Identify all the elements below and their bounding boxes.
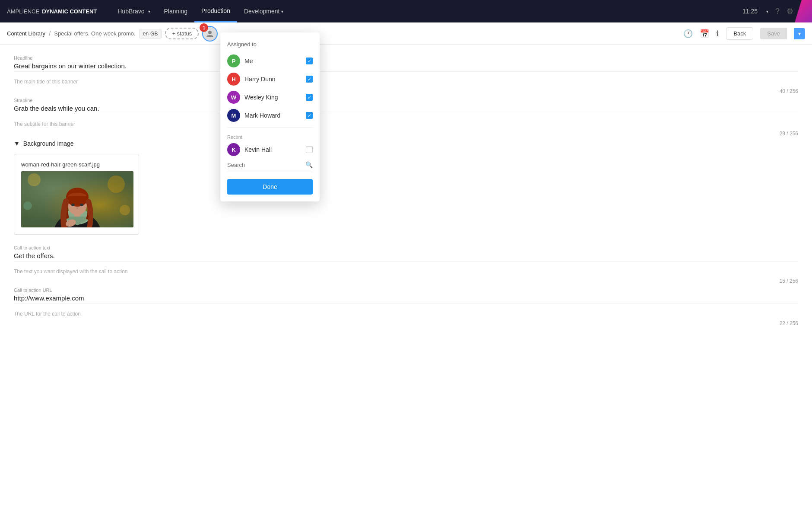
user-checkbox[interactable] xyxy=(306,94,313,101)
top-nav: AMPLIENCE DYNAMIC CONTENT HubBravo ▾ Pla… xyxy=(0,0,812,22)
cta-text-hint: The text you want displayed with the cal… xyxy=(14,268,798,275)
cta-text-char-count: 15 / 256 xyxy=(14,278,798,284)
nav-time: 11:25 xyxy=(742,8,758,15)
user-avatar: P xyxy=(227,54,240,67)
strapline-char-count: 29 / 256 xyxy=(14,131,798,137)
content-area: Headline Great bargains on our winter co… xyxy=(0,45,812,508)
breadcrumb-bar: Content Library / Special offers. One we… xyxy=(0,22,812,45)
nav-hub-label: HubBravo xyxy=(117,8,144,15)
headline-value[interactable]: Great bargains on our winter collection. xyxy=(14,62,798,70)
nav-right: 11:25 ▾ ? ⚙ ⎋ xyxy=(742,6,805,16)
history-icon[interactable]: 🕐 xyxy=(683,29,693,38)
breadcrumb-actions: 🕐 📅 ℹ Back Save ▾ xyxy=(683,27,805,40)
brand-dynamic: DYNAMIC CONTENT xyxy=(42,8,97,15)
assigned-user-row[interactable]: MMark Howard xyxy=(227,109,313,122)
assigned-to-popup: Assigned to PMeHHarry DunnWWesley KingMM… xyxy=(220,32,320,201)
strapline-label: Strapline xyxy=(14,98,798,103)
search-icon: 🔍 xyxy=(305,161,313,168)
help-icon[interactable]: ? xyxy=(775,7,780,16)
brand-logo[interactable]: AMPLIENCE DYNAMIC CONTENT xyxy=(7,8,97,15)
settings-icon[interactable]: ⚙ xyxy=(787,6,793,16)
calendar-icon[interactable]: 📅 xyxy=(700,29,709,38)
background-image-section-header[interactable]: ▼ Background image xyxy=(14,140,798,147)
image-preview xyxy=(21,171,133,227)
svg-point-3 xyxy=(28,173,41,186)
breadcrumb-separator: / xyxy=(49,30,51,38)
user-name: Kevin Hall xyxy=(244,146,301,153)
svg-point-0 xyxy=(208,31,212,34)
user-avatar: K xyxy=(227,143,240,156)
svg-point-12 xyxy=(71,204,75,206)
notification-badge: 1 xyxy=(200,23,208,32)
recent-users-list: KKevin Hall xyxy=(227,143,313,156)
assigned-user-row[interactable]: HHarry Dunn xyxy=(227,73,313,86)
assigned-user-row[interactable]: WWesley King xyxy=(227,91,313,104)
cta-text-label: Call to action text xyxy=(14,245,798,250)
recent-section-title: Recent xyxy=(227,134,313,140)
back-button[interactable]: Back xyxy=(726,27,753,40)
cta-text-section: Call to action text Get the offers. The … xyxy=(14,245,798,284)
headline-label: Headline xyxy=(14,55,798,61)
dev-chevron-icon: ▾ xyxy=(281,9,283,14)
svg-point-13 xyxy=(80,204,83,206)
image-filename: woman-red-hair-green-scarf.jpg xyxy=(21,161,132,168)
cta-url-hint: The URL for the call to action xyxy=(14,311,798,317)
save-button: Save xyxy=(760,28,787,39)
time-chevron-icon: ▾ xyxy=(766,9,768,14)
nav-production[interactable]: Production xyxy=(194,0,237,22)
brand-amplience: AMPLIENCE xyxy=(7,8,39,15)
user-name: Me xyxy=(244,58,301,64)
headline-char-count: 40 / 256 xyxy=(14,88,798,94)
hub-chevron-icon: ▾ xyxy=(148,9,150,14)
search-input[interactable] xyxy=(227,162,305,168)
collapse-icon: ▼ xyxy=(14,140,20,147)
strapline-section: Strapline Grab the deals while you can. … xyxy=(14,98,798,137)
strapline-value[interactable]: Grab the deals while you can. xyxy=(14,105,798,112)
cta-url-char-count: 22 / 256 xyxy=(14,320,798,326)
cta-url-label: Call to action URL xyxy=(14,288,798,293)
status-button[interactable]: + status xyxy=(165,28,199,39)
user-checkbox[interactable] xyxy=(306,112,313,119)
user-name: Harry Dunn xyxy=(244,76,301,83)
user-avatar: H xyxy=(227,73,240,86)
svg-point-6 xyxy=(23,201,32,210)
breadcrumb-page-name: Special offers. One week promo. xyxy=(54,30,135,37)
recent-user-row[interactable]: KKevin Hall xyxy=(227,143,313,156)
svg-point-5 xyxy=(120,205,130,215)
user-name: Mark Howard xyxy=(244,112,301,119)
search-row: 🔍 xyxy=(227,161,313,172)
woman-image xyxy=(21,171,133,227)
user-name: Wesley King xyxy=(244,94,301,101)
user-avatar-button[interactable]: 1 xyxy=(202,26,218,42)
svg-point-11 xyxy=(66,188,89,207)
cta-url-value[interactable]: http://www.example.com xyxy=(14,294,798,302)
assigned-users-list: PMeHHarry DunnWWesley KingMMark Howard xyxy=(227,54,313,122)
headline-hint: The main title of this banner xyxy=(14,79,798,85)
breadcrumb-content-library[interactable]: Content Library xyxy=(7,30,45,37)
cta-text-value[interactable]: Get the offers. xyxy=(14,252,798,259)
svg-point-4 xyxy=(108,176,125,193)
background-image-label: Background image xyxy=(23,140,74,147)
info-icon[interactable]: ℹ xyxy=(716,29,719,38)
headline-section: Headline Great bargains on our winter co… xyxy=(14,55,798,94)
assigned-user-row[interactable]: PMe xyxy=(227,54,313,67)
done-button[interactable]: Done xyxy=(227,179,313,195)
nav-hub[interactable]: HubBravo ▾ xyxy=(111,0,157,22)
locale-badge[interactable]: en-GB xyxy=(139,29,162,38)
image-upload-box[interactable]: woman-red-hair-green-scarf.jpg xyxy=(14,154,139,235)
popup-title: Assigned to xyxy=(227,41,313,48)
user-checkbox[interactable] xyxy=(306,146,313,153)
popup-divider xyxy=(227,127,313,128)
user-avatar: W xyxy=(227,91,240,104)
user-avatar: M xyxy=(227,109,240,122)
nav-planning[interactable]: Planning xyxy=(157,0,195,22)
nav-development[interactable]: Development ▾ xyxy=(237,0,291,22)
save-dropdown-button[interactable]: ▾ xyxy=(794,28,805,39)
strapline-hint: The subtitle for this banner xyxy=(14,121,798,127)
cta-url-section: Call to action URL http://www.example.co… xyxy=(14,288,798,326)
user-checkbox[interactable] xyxy=(306,58,313,64)
user-checkbox[interactable] xyxy=(306,76,313,83)
